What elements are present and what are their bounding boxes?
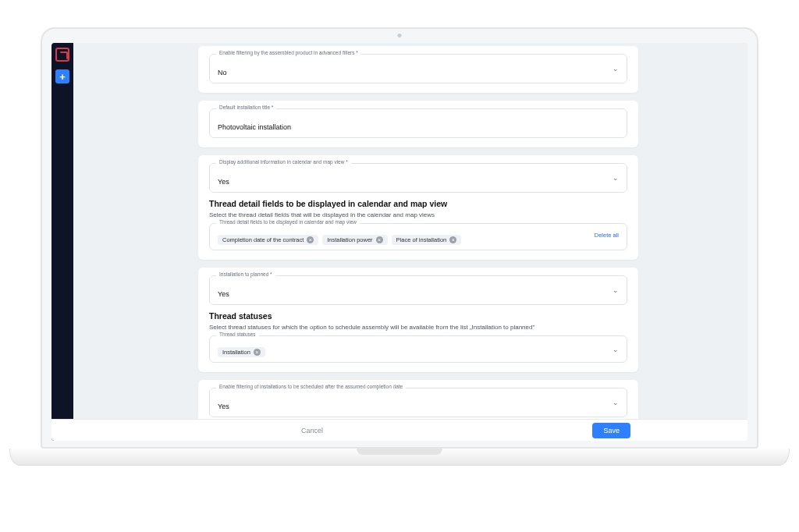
chevron-down-icon: ⌄ — [613, 65, 619, 73]
app-window: + Enable filtering by the assembled prod… — [51, 43, 748, 441]
chevron-down-icon: ⌄ — [613, 174, 619, 182]
logo-icon — [55, 48, 69, 62]
chevron-down-icon: ⌄ — [613, 346, 619, 353]
chips-thread-statuses[interactable]: Thread statuses Installation× ⌄ — [209, 335, 627, 363]
chip-remove-icon[interactable]: × — [307, 236, 314, 243]
select-install-planned[interactable]: Installation to planned * Yes ⌄ — [209, 275, 627, 305]
field-label: Installation to planned * — [216, 271, 275, 277]
device-base — [9, 449, 790, 466]
field-label: Display additional information in calend… — [216, 159, 351, 165]
add-button[interactable]: + — [55, 69, 69, 83]
field-label: Enable filtering by the assembled produc… — [216, 50, 361, 55]
field-label: Enable filtering of installations to be … — [216, 384, 406, 389]
field-value: Yes — [218, 403, 229, 410]
footer-bar: Cancel Save — [51, 419, 748, 441]
delete-all-link[interactable]: Delete all — [595, 232, 619, 239]
section-desc: Select thread statuses for which the opt… — [209, 324, 627, 331]
device-screen: + Enable filtering by the assembled prod… — [41, 27, 758, 449]
chip-label: Place of installation — [396, 236, 447, 243]
section-desc: Select the thread detail fields that wil… — [209, 211, 627, 218]
chip-remove-icon[interactable]: × — [254, 349, 261, 356]
select-display-info[interactable]: Display additional information in calend… — [209, 163, 627, 193]
chip-label: Installation power — [327, 236, 372, 243]
chip: Completion date of the contract× — [218, 235, 318, 245]
select-filter-product[interactable]: Enable filtering by the assembled produc… — [209, 54, 627, 83]
chips-thread-fields[interactable]: Thread detail fields to be displayed in … — [209, 223, 627, 250]
input-default-title[interactable]: Default installation title * Photovoltai… — [209, 108, 627, 138]
section-title-thread-fields: Thread detail fields to be displayed in … — [209, 199, 627, 208]
chip-remove-icon[interactable]: × — [376, 236, 383, 243]
chip-label: Installation — [222, 349, 250, 356]
field-value: No — [218, 69, 227, 76]
content-area: Enable filtering by the assembled produc… — [73, 43, 748, 441]
card-filter-product: Enable filtering by the assembled produc… — [198, 46, 638, 93]
chip: Place of installation× — [392, 235, 462, 245]
field-label: Thread detail fields to be displayed in … — [216, 219, 360, 225]
chevron-down-icon: ⌄ — [613, 286, 619, 294]
chip: Installation power× — [322, 235, 387, 245]
cancel-button[interactable]: Cancel — [301, 427, 323, 434]
sidebar: + — [51, 43, 73, 441]
chip-label: Completion date of the contract — [222, 236, 304, 243]
chip: Installation× — [218, 347, 265, 357]
chevron-down-icon: ⌄ — [613, 399, 619, 406]
section-title-thread-statuses: Thread statuses — [209, 311, 627, 321]
device-mockup: + Enable filtering by the assembled prod… — [41, 27, 758, 466]
field-label: Thread statuses — [216, 332, 259, 337]
card-display-info: Display additional information in calend… — [198, 155, 638, 260]
save-button[interactable]: Save — [592, 423, 630, 438]
field-value: Photovoltaic installation — [218, 123, 291, 131]
card-install-planned: Installation to planned * Yes ⌄ Thread s… — [198, 268, 638, 372]
field-value: Yes — [218, 290, 229, 298]
field-label: Default installation title * — [216, 105, 276, 110]
select-filter-schedule[interactable]: Enable filtering of installations to be … — [209, 388, 627, 417]
card-default-title: Default installation title * Photovoltai… — [198, 101, 638, 147]
chip-remove-icon[interactable]: × — [449, 236, 456, 243]
camera-dot — [398, 34, 402, 37]
field-value: Yes — [218, 178, 229, 186]
